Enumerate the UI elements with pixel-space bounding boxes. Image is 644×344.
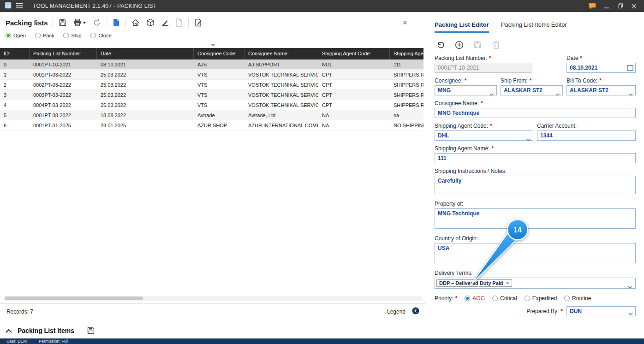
packing-list-items-bar: Packing List Items	[0, 323, 426, 338]
plus-circle-icon	[455, 41, 464, 49]
required-marker: *	[465, 77, 467, 84]
table-row[interactable]: 2 0002PT-03-2022 25.03.2022 VTS VOSTOK T…	[0, 80, 423, 90]
column-header-date[interactable]: Date:	[97, 48, 194, 59]
filter-pack[interactable]: Pack	[35, 33, 54, 38]
menu-icon[interactable]	[16, 2, 23, 10]
print-button[interactable]	[72, 18, 87, 28]
filter-ship[interactable]: Ship	[63, 33, 81, 38]
cell-consignee-name: VOSTOK TECHNIKAL SERVICES	[244, 100, 318, 110]
separator	[188, 18, 189, 27]
date-input[interactable]	[566, 63, 636, 73]
minimize-button[interactable]	[604, 4, 609, 9]
undo-button[interactable]	[435, 39, 447, 50]
calendar-icon[interactable]	[627, 65, 633, 73]
column-header-shipping-agent-code[interactable]: Shipping Agent Code:	[318, 48, 390, 59]
scrollbar-thumb[interactable]	[5, 297, 143, 300]
filter-open[interactable]: Open	[6, 33, 26, 38]
splitter-handle-icon[interactable]	[211, 44, 215, 47]
property-of-textarea[interactable]: MNG Technique	[435, 208, 636, 229]
cell-date: 25.03.2022	[97, 70, 194, 79]
close-button[interactable]	[632, 4, 637, 9]
horizontal-scrollbar[interactable]	[4, 296, 422, 301]
cell-shipping-agent-code: CPT	[318, 70, 390, 79]
filter-close[interactable]: Close	[90, 33, 111, 38]
cell-date: 25.03.2022	[97, 100, 194, 110]
ship-from-select[interactable]	[501, 85, 563, 95]
prepared-by-select[interactable]	[566, 306, 636, 316]
table-row[interactable]: 3 0003PT-03-2022 25.03.2022 VTS VOSTOK T…	[0, 90, 423, 100]
packing-list-number-label: Packing List Number:	[435, 55, 487, 61]
table-row[interactable]: 0 0001PT-10-2021 08.10.2021 AJS AJ SUPPO…	[0, 59, 423, 70]
filter-close-label: Close	[98, 33, 111, 38]
priority-aog[interactable]: AOG	[465, 295, 485, 302]
delivery-terms-label: Delivery Terms:	[435, 270, 472, 276]
filter-pack-label: Pack	[43, 33, 54, 38]
shipping-agent-name-label: Shipping Agent Name:	[435, 145, 489, 152]
table-row[interactable]: 4 0004PT-03-2022 25.03.2022 VTS VOSTOK T…	[0, 100, 423, 110]
required-marker: *	[491, 145, 494, 152]
shipping-agent-code-select[interactable]	[435, 130, 533, 141]
table-row[interactable]: 5 0001PT-08-2022 18.08.2022 Avtrade Avtr…	[0, 110, 423, 120]
shipping-agent-name-input[interactable]	[435, 153, 636, 163]
edit-button[interactable]	[193, 18, 203, 28]
country-of-origin-textarea[interactable]: USA	[435, 243, 636, 263]
cell-date: 25.03.2022	[97, 90, 194, 100]
priority-routine-label: Routine	[572, 295, 591, 302]
cell-consignee-name: AZUR INTERNATIONAL COMP...	[244, 120, 318, 130]
consignee-select[interactable]	[435, 85, 497, 95]
delivery-terms-chip[interactable]: DDP – Delivered Duty Paid ×	[436, 279, 512, 287]
carrier-account-input[interactable]	[537, 130, 636, 141]
filter-open-label: Open	[13, 33, 26, 38]
bill-to-code-select[interactable]	[566, 85, 636, 95]
trash-icon	[492, 41, 500, 49]
panel-close-icon[interactable]: ×	[402, 18, 407, 27]
chevron-down-icon[interactable]	[628, 282, 632, 291]
chip-remove-icon[interactable]: ×	[506, 280, 509, 286]
required-marker: *	[481, 100, 483, 107]
package-button[interactable]	[145, 18, 155, 28]
status-permission: Permission: Full	[39, 338, 68, 344]
tab-packing-list-editor[interactable]: Packing List Editor	[435, 21, 489, 33]
cell-id: 6	[0, 120, 30, 130]
priority-critical[interactable]: Critical	[492, 295, 517, 302]
column-header-packing-list-number[interactable]: Packing List Number:	[30, 48, 97, 59]
cell-shipping-agent-name: 111	[390, 59, 423, 69]
carrier-account-label: Carrier Account:	[537, 123, 577, 129]
shipping-instructions-label: Shipping Instructions / Notes:	[435, 168, 507, 174]
priority-routine[interactable]: Routine	[564, 295, 591, 302]
restore-button[interactable]	[618, 3, 623, 9]
table-row[interactable]: 6 0001PT-01-2025 28.01.2025 AZUR SHOP AZ…	[0, 120, 423, 130]
editor-save-button[interactable]	[471, 39, 483, 50]
home-button[interactable]	[131, 18, 141, 28]
tab-packing-list-items-editor[interactable]: Packing List Items Editor	[501, 21, 567, 33]
column-header-id[interactable]: ID:	[0, 48, 30, 59]
cell-consignee-name: Avtrade, Ltd.	[244, 110, 318, 120]
delivery-terms-field[interactable]: DDP – Delivered Duty Paid ×	[435, 278, 636, 289]
print-icon	[73, 18, 82, 27]
radio-expedited-icon	[525, 296, 530, 301]
add-button[interactable]	[453, 39, 465, 50]
delete-button[interactable]	[490, 39, 502, 50]
new-document-button[interactable]	[112, 18, 121, 28]
collapse-icon[interactable]	[6, 326, 12, 335]
items-save-button[interactable]	[86, 326, 96, 336]
notifications-icon[interactable]	[589, 3, 596, 9]
separator	[53, 18, 53, 27]
document-button[interactable]	[175, 18, 184, 28]
sign-button[interactable]	[160, 18, 170, 28]
required-marker: *	[489, 55, 491, 61]
column-header-consignee-code[interactable]: Consignee Code:	[194, 48, 244, 59]
cell-consignee-name: VOSTOK TECHNIKAL SERVICES	[244, 70, 318, 79]
shipping-instructions-textarea[interactable]: Carefully	[435, 176, 636, 194]
column-header-shipping-agent-name[interactable]: Shipping Age	[390, 48, 423, 59]
cell-packing-list-number: 0003PT-03-2022	[30, 90, 97, 100]
legend-toggle-icon[interactable]	[412, 307, 419, 316]
column-header-consignee-name[interactable]: Consignee Name:	[244, 48, 318, 59]
refresh-button[interactable]	[92, 18, 102, 28]
table-row[interactable]: 1 0001PT-03-2022 25.03.2022 VTS VOSTOK T…	[0, 70, 423, 80]
country-of-origin-label: Country of Origin:	[435, 235, 478, 242]
consignee-name-input[interactable]	[435, 108, 636, 118]
packing-list-number-input	[435, 63, 531, 73]
save-button[interactable]	[58, 18, 68, 28]
priority-expedited[interactable]: Expedited	[525, 295, 557, 302]
